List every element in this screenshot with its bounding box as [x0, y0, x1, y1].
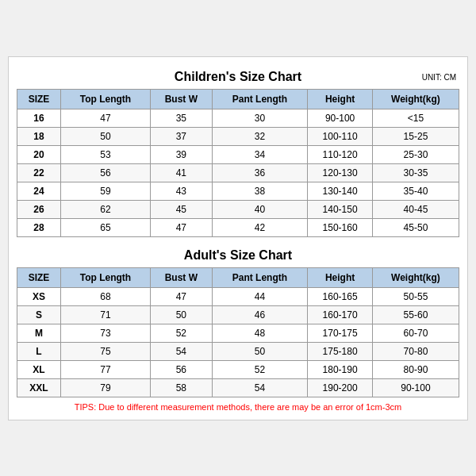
table-cell: 62: [60, 200, 150, 218]
table-cell: 47: [60, 109, 150, 127]
table-cell: 47: [151, 287, 213, 305]
table-cell: 42: [212, 218, 308, 236]
table-cell: 180-190: [308, 360, 373, 378]
adults-header-cell: Height: [308, 267, 373, 287]
children-table: SIZETop LengthBust WPant LengthHeightWei…: [17, 89, 459, 237]
table-cell: 30: [212, 109, 308, 127]
table-cell: 68: [60, 287, 150, 305]
table-cell: <15: [372, 109, 459, 127]
table-cell: 43: [151, 182, 213, 200]
table-cell: 175-180: [308, 342, 373, 360]
table-cell: 75: [60, 342, 150, 360]
table-cell: 59: [60, 182, 150, 200]
table-cell: 24: [17, 182, 61, 200]
table-row: M735248170-17560-70: [17, 324, 459, 342]
table-cell: 40: [212, 200, 308, 218]
children-header-cell: Weight(kg): [372, 89, 459, 109]
table-cell: 46: [212, 305, 308, 324]
table-cell: 20: [17, 145, 61, 163]
table-cell: 39: [151, 145, 213, 163]
table-cell: 15-25: [372, 127, 459, 145]
table-cell: 53: [60, 145, 150, 163]
children-title-text: Children's Size Chart: [175, 70, 301, 83]
table-cell: 160-170: [308, 305, 373, 324]
table-cell: 90-100: [372, 378, 459, 397]
table-cell: 48: [212, 324, 308, 342]
adults-body: XS684744160-16550-55S715046160-17055-60M…: [17, 287, 459, 397]
table-cell: 47: [151, 218, 213, 236]
table-cell: 35: [151, 109, 213, 127]
table-cell: 40-45: [372, 200, 459, 218]
children-title: Children's Size Chart UNIT: CM: [17, 65, 459, 89]
adults-table: SIZETop LengthBust WPant LengthHeightWei…: [17, 267, 459, 397]
table-cell: 50: [212, 342, 308, 360]
table-cell: 28: [17, 218, 61, 236]
table-cell: 65: [60, 218, 150, 236]
table-cell: 58: [151, 378, 213, 397]
table-cell: 50: [60, 127, 150, 145]
children-header-cell: Height: [308, 89, 373, 109]
table-cell: M: [17, 324, 61, 342]
table-cell: 190-200: [308, 378, 373, 397]
adults-header-cell: Top Length: [60, 267, 150, 287]
table-cell: 54: [212, 378, 308, 397]
tips-text: TIPS: Due to different measurement metho…: [17, 402, 459, 412]
adults-header-cell: Pant Length: [212, 267, 308, 287]
table-cell: 120-130: [308, 163, 373, 182]
children-body: 1647353090-100<1518503732100-11015-25205…: [17, 109, 459, 236]
table-row: L755450175-18070-80: [17, 342, 459, 360]
table-row: 26624540140-15040-45: [17, 200, 459, 218]
table-cell: 56: [60, 163, 150, 182]
children-header-cell: SIZE: [17, 89, 61, 109]
table-cell: 80-90: [372, 360, 459, 378]
children-header-cell: Pant Length: [212, 89, 308, 109]
adults-header-row: SIZETop LengthBust WPant LengthHeightWei…: [17, 267, 459, 287]
table-cell: 79: [60, 378, 150, 397]
table-cell: 30-35: [372, 163, 459, 182]
table-cell: 26: [17, 200, 61, 218]
table-cell: 60-70: [372, 324, 459, 342]
table-cell: 100-110: [308, 127, 373, 145]
adults-header-cell: Bust W: [151, 267, 213, 287]
table-cell: 44: [212, 287, 308, 305]
table-cell: 110-120: [308, 145, 373, 163]
table-row: 24594338130-14035-40: [17, 182, 459, 200]
table-cell: 150-160: [308, 218, 373, 236]
table-row: XXL795854190-20090-100: [17, 378, 459, 397]
table-row: 1647353090-100<15: [17, 109, 459, 127]
table-cell: 73: [60, 324, 150, 342]
unit-label: UNIT: CM: [422, 72, 456, 81]
table-cell: 18: [17, 127, 61, 145]
children-header-cell: Top Length: [60, 89, 150, 109]
table-row: S715046160-17055-60: [17, 305, 459, 324]
table-cell: 52: [151, 324, 213, 342]
table-cell: 38: [212, 182, 308, 200]
table-cell: 52: [212, 360, 308, 378]
table-cell: XS: [17, 287, 61, 305]
table-cell: 36: [212, 163, 308, 182]
table-cell: 37: [151, 127, 213, 145]
adults-header-cell: SIZE: [17, 267, 61, 287]
table-cell: 90-100: [308, 109, 373, 127]
table-cell: 54: [151, 342, 213, 360]
children-header-row: SIZETop LengthBust WPant LengthHeightWei…: [17, 89, 459, 109]
table-cell: 35-40: [372, 182, 459, 200]
table-cell: L: [17, 342, 61, 360]
table-row: 18503732100-11015-25: [17, 127, 459, 145]
table-cell: 50-55: [372, 287, 459, 305]
table-cell: 22: [17, 163, 61, 182]
table-cell: 160-165: [308, 287, 373, 305]
table-cell: 170-175: [308, 324, 373, 342]
chart-container: Children's Size Chart UNIT: CM SIZETop L…: [8, 56, 468, 420]
table-cell: 25-30: [372, 145, 459, 163]
children-header-cell: Bust W: [151, 89, 213, 109]
table-cell: 32: [212, 127, 308, 145]
adults-title: Adult's Size Chart: [17, 244, 459, 267]
adults-header-cell: Weight(kg): [372, 267, 459, 287]
table-cell: 41: [151, 163, 213, 182]
table-cell: 45-50: [372, 218, 459, 236]
table-cell: 130-140: [308, 182, 373, 200]
table-cell: XXL: [17, 378, 61, 397]
table-cell: 34: [212, 145, 308, 163]
table-row: 20533934110-12025-30: [17, 145, 459, 163]
